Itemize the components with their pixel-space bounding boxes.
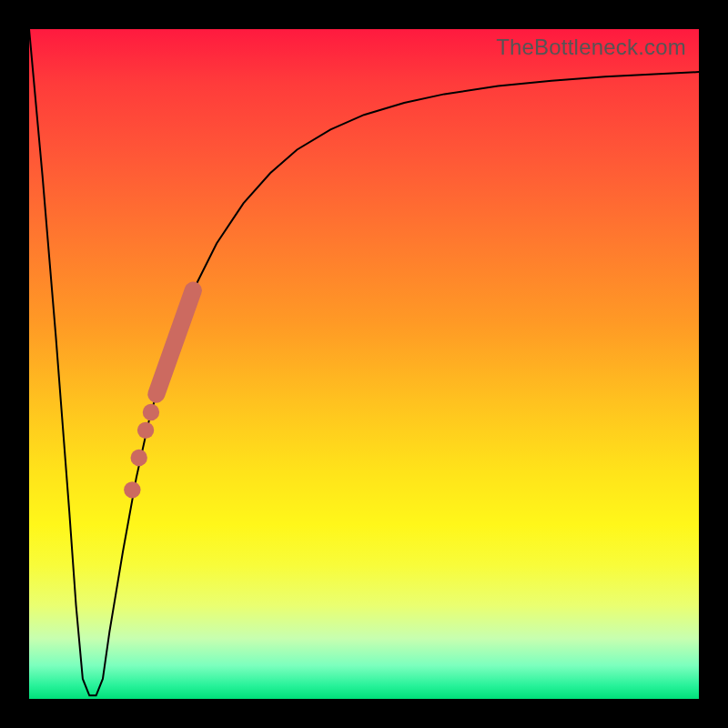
plot-area: TheBottleneck.com	[29, 29, 699, 699]
chart-frame: TheBottleneck.com	[0, 0, 728, 728]
chart-svg	[29, 29, 699, 699]
watermark-text: TheBottleneck.com	[496, 35, 686, 60]
bottleneck-curve	[29, 29, 699, 695]
highlight-dot	[131, 450, 147, 466]
highlight-dot	[137, 422, 154, 439]
highlight-segment	[157, 290, 193, 394]
highlight-dot	[143, 404, 159, 420]
highlight-dot	[124, 481, 140, 498]
